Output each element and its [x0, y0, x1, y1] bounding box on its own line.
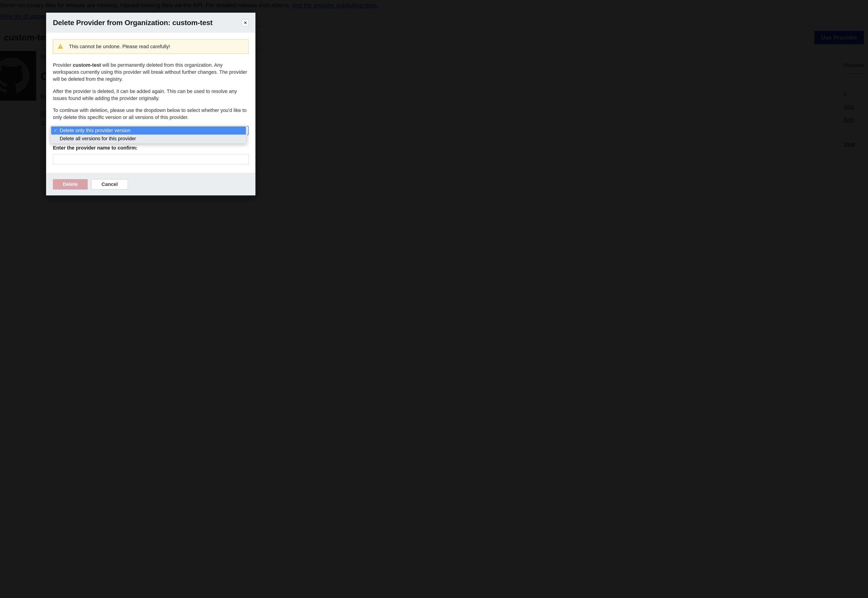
modal-paragraph-3: To continue with deletion, please use th… — [53, 107, 249, 121]
dropdown-option-all-versions[interactable]: ✓ Delete all versions for this provider — [51, 135, 246, 143]
dropdown-option-label: Delete only this provider version — [60, 127, 130, 133]
dropdown-panel: ✓ Delete only this provider version ✓ De… — [50, 126, 247, 144]
warning-alert: This cannot be undone. Please read caref… — [53, 39, 249, 54]
modal-paragraph-2: After the provider is deleted, it can be… — [53, 88, 249, 102]
modal-title: Delete Provider from Organization: custo… — [53, 18, 212, 27]
svg-rect-5 — [60, 48, 61, 48]
p1-prefix: Provider — [53, 62, 73, 68]
p1-strong: custom-test — [73, 62, 101, 68]
close-icon: ✕ — [244, 20, 247, 25]
confirm-label: Enter the provider name to confirm: — [53, 145, 249, 151]
delete-button[interactable]: Delete — [53, 179, 88, 190]
modal-body: This cannot be undone. Please read caref… — [46, 33, 255, 167]
close-button[interactable]: ✕ — [242, 19, 249, 26]
confirm-provider-name-input[interactable] — [53, 154, 249, 164]
dropdown-option-this-version[interactable]: ✓ Delete only this provider version — [51, 126, 246, 135]
modal-header: Delete Provider from Organization: custo… — [46, 13, 255, 33]
svg-rect-4 — [60, 45, 61, 47]
delete-provider-modal: Delete Provider from Organization: custo… — [46, 13, 255, 196]
delete-scope-dropdown[interactable]: ✓ Delete only this provider version ✓ De… — [53, 126, 249, 145]
modal-footer: Delete Cancel — [46, 173, 255, 196]
warning-text: This cannot be undone. Please read caref… — [69, 44, 170, 49]
check-icon: ✓ — [53, 128, 57, 133]
modal-paragraph-1: Provider custom-test will be permanently… — [53, 61, 249, 83]
dropdown-option-label: Delete all versions for this provider — [60, 136, 136, 142]
cancel-button[interactable]: Cancel — [91, 179, 128, 190]
